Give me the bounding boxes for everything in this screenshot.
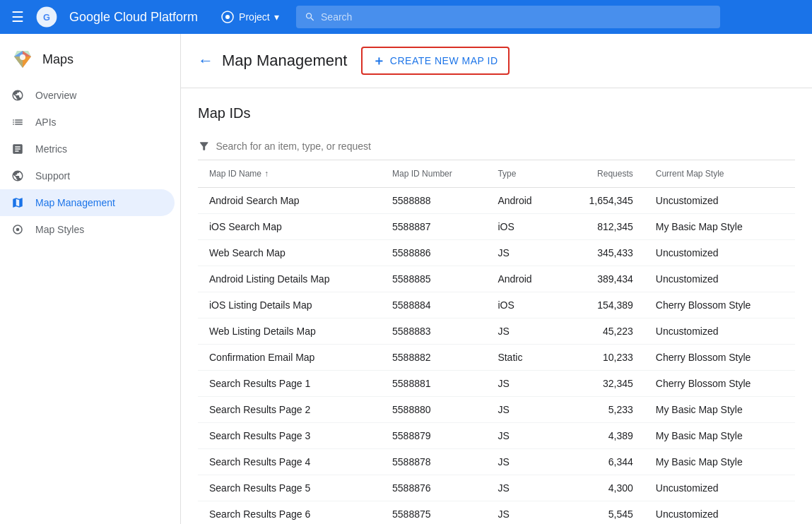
cell-style: Uncustomized <box>645 475 795 501</box>
cell-name: Search Results Page 1 <box>198 371 381 397</box>
sidebar-header: Maps <box>0 40 180 82</box>
table-row[interactable]: Confirmation Email Map 5588882 Static 10… <box>198 345 795 371</box>
table-search-bar[interactable] <box>198 133 795 160</box>
sidebar-item-map-management-label: Map Management <box>35 197 115 208</box>
cell-style: My Basic Map Style <box>645 449 795 475</box>
cell-type: iOS <box>486 292 559 318</box>
cell-number: 5588878 <box>381 449 486 475</box>
table-row[interactable]: Search Results Page 2 5588880 JS 5,233 M… <box>198 397 795 423</box>
cell-name: Search Results Page 4 <box>198 449 381 475</box>
table-row[interactable]: Android Listing Details Map 5588885 Andr… <box>198 266 795 292</box>
cell-type: Android <box>486 266 559 292</box>
cell-number: 5588883 <box>381 318 486 345</box>
cell-number: 5588888 <box>381 188 486 214</box>
search-bar[interactable] <box>296 6 720 28</box>
hamburger-menu[interactable]: ☰ <box>11 8 24 25</box>
cell-requests: 45,223 <box>559 318 645 345</box>
map-styles-icon <box>11 223 24 236</box>
top-navigation: ☰ G Google Cloud Platform Project ▾ <box>0 0 812 34</box>
cell-requests: 5,545 <box>559 501 645 525</box>
cell-type: Static <box>486 345 559 371</box>
cell-name: Android Search Map <box>198 188 381 214</box>
cell-name: Search Results Page 6 <box>198 501 381 525</box>
google-cloud-logo: G <box>35 6 58 28</box>
sidebar-item-metrics-label: Metrics <box>35 143 67 155</box>
filter-icon <box>198 140 210 153</box>
cell-name: Web Search Map <box>198 240 381 266</box>
cell-requests: 345,433 <box>559 240 645 266</box>
sidebar-item-map-styles[interactable]: Map Styles <box>0 216 175 243</box>
apis-icon <box>11 116 24 129</box>
cell-requests: 10,233 <box>559 345 645 371</box>
table-row[interactable]: iOS Listing Details Map 5588884 iOS 154,… <box>198 292 795 318</box>
table-row[interactable]: iOS Search Map 5588887 iOS 812,345 My Ba… <box>198 214 795 240</box>
cell-number: 5588886 <box>381 240 486 266</box>
cell-style: Uncustomized <box>645 266 795 292</box>
table-header: Map ID Name ↑ Map ID Number Type Request… <box>198 160 795 188</box>
table-row[interactable]: Web Search Map 5588886 JS 345,433 Uncust… <box>198 240 795 266</box>
cell-name: Search Results Page 2 <box>198 397 381 423</box>
cell-type: JS <box>486 475 559 501</box>
cell-number: 5588879 <box>381 423 486 449</box>
project-selector[interactable]: Project ▾ <box>220 10 279 24</box>
cell-style: Uncustomized <box>645 240 795 266</box>
col-header-requests: Requests <box>559 160 645 188</box>
cell-requests: 6,344 <box>559 449 645 475</box>
sidebar-item-apis[interactable]: APIs <box>0 109 175 136</box>
svg-point-9 <box>20 54 25 60</box>
sidebar-app-title: Maps <box>42 52 73 67</box>
search-icon <box>305 11 315 23</box>
map-ids-table: Map ID Name ↑ Map ID Number Type Request… <box>198 160 795 524</box>
main-content: ← Map Management ＋ CREATE NEW MAP ID Map… <box>181 34 812 524</box>
col-header-style: Current Map Style <box>645 160 795 188</box>
metrics-icon <box>11 143 24 155</box>
sidebar-item-support-label: Support <box>35 170 70 181</box>
brand-name: Google Cloud Platform <box>69 10 198 25</box>
cell-requests: 1,654,345 <box>559 188 645 214</box>
cell-number: 5588876 <box>381 475 486 501</box>
table-row[interactable]: Search Results Page 3 5588879 JS 4,389 M… <box>198 423 795 449</box>
sidebar: Maps Overview APIs Metrics Support <box>0 34 181 524</box>
maps-app-icon <box>11 48 34 71</box>
cell-requests: 812,345 <box>559 214 645 240</box>
table-row[interactable]: Search Results Page 1 5588881 JS 32,345 … <box>198 371 795 397</box>
cell-number: 5588881 <box>381 371 486 397</box>
cell-name: Web Listing Details Map <box>198 318 381 345</box>
cell-name: iOS Listing Details Map <box>198 292 381 318</box>
cell-number: 5588884 <box>381 292 486 318</box>
cell-style: Cherry Blossom Style <box>645 345 795 371</box>
cell-type: JS <box>486 318 559 345</box>
cell-type: JS <box>486 240 559 266</box>
cell-requests: 154,389 <box>559 292 645 318</box>
cell-requests: 32,345 <box>559 371 645 397</box>
col-header-number: Map ID Number <box>381 160 486 188</box>
cell-requests: 5,233 <box>559 397 645 423</box>
col-header-name: Map ID Name ↑ <box>198 160 381 188</box>
sidebar-item-map-management[interactable]: Map Management <box>0 189 175 216</box>
search-filter-input[interactable] <box>216 141 795 152</box>
back-button[interactable]: ← <box>198 52 213 70</box>
project-icon <box>220 10 235 24</box>
create-new-map-id-button[interactable]: ＋ CREATE NEW MAP ID <box>361 47 509 75</box>
table-row[interactable]: Search Results Page 5 5588876 JS 4,300 U… <box>198 475 795 501</box>
table-body: Android Search Map 5588888 Android 1,654… <box>198 188 795 525</box>
cell-name: iOS Search Map <box>198 214 381 240</box>
cell-style: My Basic Map Style <box>645 423 795 449</box>
svg-point-3 <box>225 15 230 19</box>
table-row[interactable]: Android Search Map 5588888 Android 1,654… <box>198 188 795 214</box>
cell-style: My Basic Map Style <box>645 397 795 423</box>
table-row[interactable]: Web Listing Details Map 5588883 JS 45,22… <box>198 318 795 345</box>
sidebar-item-overview[interactable]: Overview <box>0 82 175 109</box>
sidebar-item-support[interactable]: Support <box>0 162 175 189</box>
cell-requests: 389,434 <box>559 266 645 292</box>
table-row[interactable]: Search Results Page 6 5588875 JS 5,545 U… <box>198 501 795 525</box>
cell-type: JS <box>486 501 559 525</box>
search-input[interactable] <box>321 11 712 23</box>
sort-arrow-icon[interactable]: ↑ <box>264 169 269 179</box>
sidebar-item-metrics[interactable]: Metrics <box>0 136 175 162</box>
cell-name: Search Results Page 5 <box>198 475 381 501</box>
table-row[interactable]: Search Results Page 4 5588878 JS 6,344 M… <box>198 449 795 475</box>
cell-number: 5588875 <box>381 501 486 525</box>
cell-style: Uncustomized <box>645 188 795 214</box>
cell-number: 5588882 <box>381 345 486 371</box>
